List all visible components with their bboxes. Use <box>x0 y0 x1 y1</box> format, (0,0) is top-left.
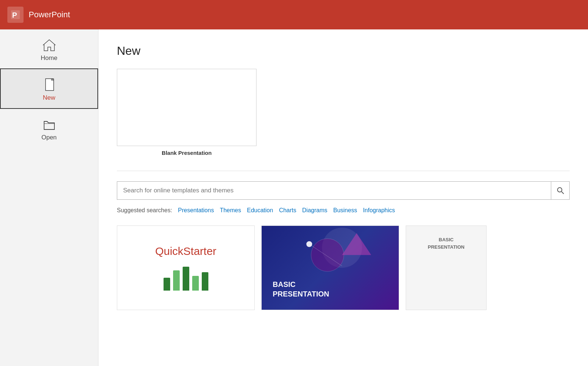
template-card-basic-2[interactable]: BASICPRESENTATION <box>406 225 487 310</box>
quickstarter-title: QuickStarter <box>155 245 216 257</box>
suggested-link-presentations[interactable]: Presentations <box>176 206 216 214</box>
section-divider <box>117 171 570 171</box>
sidebar-new-label: New <box>43 94 55 102</box>
template-card-basic[interactable]: BASICPRESENTATION <box>261 225 399 310</box>
template-thumbnails-row: QuickStarter <box>117 225 570 310</box>
bar-2 <box>173 270 180 291</box>
suggested-link-infographics[interactable]: Infographics <box>361 206 397 214</box>
suggested-link-themes[interactable]: Themes <box>218 206 243 214</box>
bar-5 <box>202 272 208 291</box>
quickstarter-bars <box>164 265 208 291</box>
sidebar-item-new[interactable]: New <box>0 68 98 109</box>
main-content: New Blank Presentation Suggested searche… <box>98 29 588 366</box>
home-icon <box>42 38 57 52</box>
sidebar-item-open[interactable]: Open <box>0 109 98 148</box>
powerpoint-logo-icon: P <box>7 7 24 23</box>
bar-3 <box>183 267 189 291</box>
new-document-icon <box>42 77 57 92</box>
template-card-quickstarter[interactable]: QuickStarter <box>117 225 255 310</box>
sidebar-home-label: Home <box>41 54 57 62</box>
suggested-searches-bar: Suggested searches: Presentations Themes… <box>117 206 570 214</box>
svg-point-8 <box>306 241 312 247</box>
sidebar-item-home[interactable]: Home <box>0 29 98 68</box>
suggested-link-diagrams[interactable]: Diagrams <box>300 206 329 214</box>
titlebar: P PowerPoint <box>0 0 588 29</box>
svg-text:P: P <box>12 11 17 19</box>
main-layout: Home New Open New Blank Pre <box>0 29 588 366</box>
search-icon <box>557 187 564 194</box>
search-input[interactable] <box>117 182 551 199</box>
blank-thumb <box>117 69 257 146</box>
svg-point-3 <box>557 188 562 192</box>
sidebar-open-label: Open <box>42 134 57 141</box>
bar-1 <box>164 278 170 291</box>
app-name-label: PowerPoint <box>29 10 70 19</box>
bar-4 <box>192 276 199 291</box>
featured-templates-row: Blank Presentation <box>117 69 570 156</box>
suggested-link-education[interactable]: Education <box>245 206 275 214</box>
search-button[interactable] <box>551 182 569 199</box>
blank-presentation-label: Blank Presentation <box>162 150 212 156</box>
basic-presentation-2-text: BASICPRESENTATION <box>428 236 465 250</box>
page-title: New <box>117 44 570 58</box>
svg-line-4 <box>562 192 564 194</box>
search-container <box>117 181 570 200</box>
suggested-link-charts[interactable]: Charts <box>277 206 298 214</box>
blank-presentation-card[interactable]: Blank Presentation <box>117 69 257 156</box>
suggested-label: Suggested searches: <box>117 207 172 214</box>
svg-point-6 <box>311 239 344 271</box>
sidebar: Home New Open <box>0 29 98 366</box>
open-folder-icon <box>42 117 57 132</box>
suggested-link-business[interactable]: Business <box>331 206 359 214</box>
basic-presentation-text: BASICPRESENTATION <box>273 280 329 299</box>
